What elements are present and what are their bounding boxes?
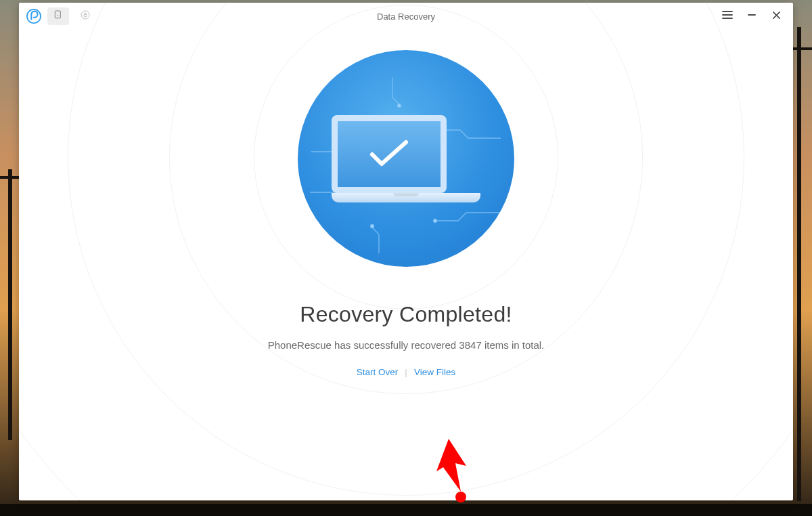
titlebar: Data Recovery — [19, 3, 793, 30]
desktop-background-element — [8, 169, 12, 440]
mode-data-recovery-button[interactable] — [47, 7, 69, 25]
app-window: Data Recovery — [19, 3, 793, 500]
success-illustration — [298, 50, 514, 267]
lock-icon — [80, 9, 91, 23]
window-title: Data Recovery — [19, 12, 793, 22]
main-content: Recovery Completed! PhoneRescue has succ… — [19, 30, 793, 500]
svg-rect-4 — [84, 14, 87, 16]
app-logo-icon — [26, 8, 42, 24]
minimize-button[interactable] — [744, 9, 759, 24]
desktop-background-element — [0, 504, 812, 516]
action-links: Start Over | View Files — [357, 367, 455, 377]
laptop-check-icon — [332, 115, 480, 202]
svg-point-8 — [434, 219, 437, 223]
svg-point-3 — [81, 11, 89, 19]
svg-point-9 — [398, 104, 401, 108]
view-files-link[interactable]: View Files — [414, 367, 455, 377]
svg-point-10 — [371, 225, 374, 228]
close-button[interactable] — [769, 9, 784, 24]
document-icon — [53, 9, 64, 23]
svg-point-2 — [58, 15, 59, 16]
hamburger-icon — [722, 10, 733, 22]
close-icon — [772, 10, 781, 22]
mode-lock-removal-button[interactable] — [74, 7, 96, 25]
start-over-link[interactable]: Start Over — [357, 367, 399, 377]
page-heading: Recovery Completed! — [300, 302, 512, 327]
status-subtext: PhoneRescue has successfully recovered 3… — [268, 339, 545, 351]
minimize-icon — [747, 10, 757, 22]
menu-button[interactable] — [720, 9, 735, 24]
desktop-background-element — [797, 27, 801, 501]
link-separator: | — [405, 367, 407, 377]
